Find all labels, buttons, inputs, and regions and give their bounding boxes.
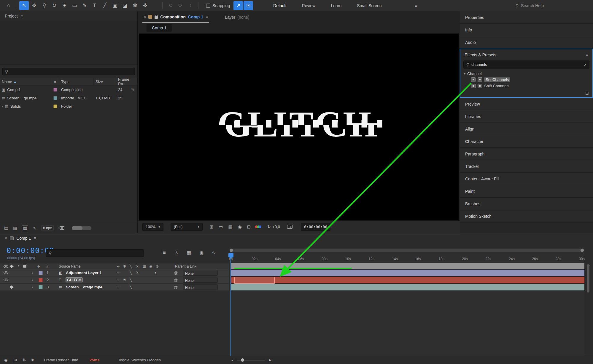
column-type[interactable]: Type <box>59 78 94 85</box>
layer-bar-adjustment[interactable] <box>231 270 584 276</box>
layer-name[interactable]: GLITCH <box>66 278 82 282</box>
project-row-solids[interactable]: › ▨ Solids Folder <box>0 102 137 110</box>
expand-layers-icon[interactable]: ◉ <box>4 358 7 362</box>
expand-chevron-icon[interactable]: › <box>2 104 3 109</box>
effects-search[interactable]: ⚲ × <box>463 61 589 69</box>
column-parent-link[interactable]: Parent & Link <box>175 264 196 268</box>
expand-chevron-icon[interactable]: › <box>32 271 33 275</box>
parent-link-dropdown[interactable]: None ▾ <box>183 270 218 276</box>
reset-exposure-icon[interactable]: ↻ <box>267 225 271 229</box>
switch-anchor-icon[interactable]: ⊹ <box>117 271 120 275</box>
label-color-swatch[interactable] <box>53 88 57 92</box>
magnification-dropdown[interactable]: 100% ▾ <box>142 223 163 231</box>
help-search[interactable]: ⚲ <box>516 3 588 8</box>
layer-row-footage[interactable]: › 3 ▤ Screen ...otage.mp4 ⊹ ╲ @ None ▾ <box>0 284 229 291</box>
timeline-tab-title[interactable]: Comp 1 <box>16 236 31 241</box>
effect-label[interactable]: Shift Channels <box>484 84 509 88</box>
project-search[interactable]: ⚲ <box>2 68 135 75</box>
workspace-review[interactable]: Review <box>302 3 316 8</box>
layer-name[interactable]: Adjustment Layer 1 <box>66 271 102 275</box>
label-color-swatch[interactable] <box>53 96 57 100</box>
column-label[interactable]: ◆ <box>51 78 59 85</box>
new-folder-icon[interactable]: ▨ <box>13 225 17 231</box>
label-color-swatch[interactable] <box>39 285 43 289</box>
time-ruler[interactable]: 0s 02s 04s 06s 08s 10s 12s 14s 16s 18s 2… <box>229 247 584 263</box>
puppet-pin-tool[interactable]: ✜ <box>140 1 150 10</box>
type-tool[interactable]: T <box>90 1 99 10</box>
motion-blur-icon[interactable]: ◉ <box>199 250 204 255</box>
label-color-swatch[interactable] <box>39 278 43 282</box>
column-name[interactable]: Name ▲ <box>0 78 51 85</box>
switch-quality-icon[interactable]: ╲ <box>130 278 132 282</box>
composition-tab[interactable]: × Composition Comp 1 ≡ <box>142 11 209 23</box>
eye-icon[interactable] <box>4 265 8 268</box>
effect-label[interactable]: Set Channels <box>484 77 510 82</box>
project-panel-header[interactable]: Project ≡ <box>0 11 137 21</box>
tree-open-icon[interactable]: ▾ <box>464 72 465 75</box>
layer-row-glitch-text[interactable]: › 2 T GLITCH ⊹ ☀ ╲ @ None ▾ <box>0 276 229 284</box>
help-search-input[interactable] <box>521 3 588 8</box>
speaker-icon[interactable] <box>10 285 15 289</box>
close-icon[interactable]: × <box>5 236 7 241</box>
selection-tool[interactable]: ↖ <box>19 1 29 10</box>
parent-pickwhip-icon[interactable]: @ <box>174 271 178 275</box>
show-channel-icon[interactable] <box>256 225 261 228</box>
snapping-checkbox[interactable] <box>206 4 210 8</box>
expand-chevron-icon[interactable]: › <box>32 278 33 282</box>
lock-icon[interactable] <box>23 265 26 268</box>
panel-paint[interactable]: Paint <box>460 185 593 198</box>
eraser-tool[interactable]: ◪ <box>120 1 130 10</box>
layer-row-adjustment[interactable]: › 1 ◧ Adjustment Layer 1 ⊹ ╲ fx ◑ @ None… <box>0 269 229 276</box>
timeline-zoom-thumb[interactable] <box>241 358 244 362</box>
layer-bar-footage[interactable] <box>231 284 584 290</box>
home-tool[interactable]: ⌂ <box>4 1 13 10</box>
effects-search-input[interactable] <box>471 62 582 67</box>
time-navigator[interactable] <box>230 249 584 252</box>
effects-category-channel[interactable]: ▾ Channel <box>460 71 592 77</box>
graph-editor-icon[interactable]: ∿ <box>212 250 216 255</box>
label-color-swatch[interactable] <box>53 104 57 108</box>
playhead-line[interactable] <box>230 258 231 356</box>
panel-brushes[interactable]: Brushes <box>460 198 593 210</box>
panel-tracker[interactable]: Tracker <box>460 160 593 173</box>
snap-guides-icon[interactable]: ↗ <box>233 1 243 10</box>
list-view-icon[interactable]: ▤ <box>4 225 8 231</box>
timeline-search[interactable]: ⚲ <box>46 249 144 257</box>
effect-set-channels[interactable]: Set Channels <box>460 77 592 83</box>
parent-pickwhip-icon[interactable]: @ <box>174 285 178 289</box>
panel-menu-icon[interactable]: ≡ <box>34 236 36 241</box>
clone-stamp-tool[interactable]: ▣ <box>110 1 120 10</box>
panel-motion-sketch[interactable]: Motion Sketch <box>460 210 593 222</box>
interpret-footage-icon[interactable]: ∿ <box>33 225 37 231</box>
exposure-control[interactable]: ↻ +0,0 <box>267 225 280 229</box>
panel-menu-icon[interactable]: ≡ <box>21 14 23 18</box>
panel-content-aware-fill[interactable]: Content-Aware Fill <box>460 173 593 185</box>
layer-tab[interactable]: Layer (none) <box>225 15 249 20</box>
switch-transfer-icon[interactable]: ◑ <box>154 271 156 275</box>
toggle-switches-modes-button[interactable]: Toggle Switches / Modes <box>118 358 161 362</box>
panel-menu-icon[interactable]: ≡ <box>586 53 588 57</box>
panel-character[interactable]: Character <box>460 135 593 148</box>
project-row-footage[interactable]: ▤ Screen ...ge.mp4 Importe...MEX 10,3 MB… <box>0 94 137 102</box>
pen-tool[interactable]: ✎ <box>80 1 89 10</box>
frame-blending-icon[interactable]: ▦ <box>187 250 191 255</box>
roto-brush-tool[interactable]: ✾ <box>130 1 140 10</box>
parent-link-dropdown[interactable]: None ▾ <box>183 284 218 290</box>
switches-icon[interactable]: ⇅ <box>23 358 26 362</box>
switch-quality-icon[interactable]: ╲ <box>130 285 132 289</box>
composition-viewport[interactable]: GLITCH GLITCH GLITCH <box>139 34 459 220</box>
workspace-overflow-button[interactable]: » <box>415 3 418 8</box>
panel-preview[interactable]: Preview <box>460 98 593 110</box>
selected-bar-segment[interactable] <box>234 277 275 284</box>
shape-tool[interactable]: ▭ <box>70 1 79 10</box>
region-of-interest-icon[interactable]: ▭ <box>219 224 223 230</box>
workspace-small-screen[interactable]: Small Screen <box>357 3 381 8</box>
zoom-in-icon[interactable]: ▲ <box>268 357 272 362</box>
workspace-learn[interactable]: Learn <box>331 3 341 8</box>
rotate-tool[interactable]: ↻ <box>50 1 59 10</box>
eye-icon[interactable] <box>4 278 8 282</box>
mask-visibility-icon[interactable]: ◉ <box>238 224 242 230</box>
solo-icon[interactable]: ● <box>18 264 19 267</box>
column-frame-rate[interactable]: Frame Ra.. <box>116 78 137 85</box>
project-row-comp1[interactable]: ▣ Comp 1 Composition 24 ⊞ <box>0 85 137 94</box>
